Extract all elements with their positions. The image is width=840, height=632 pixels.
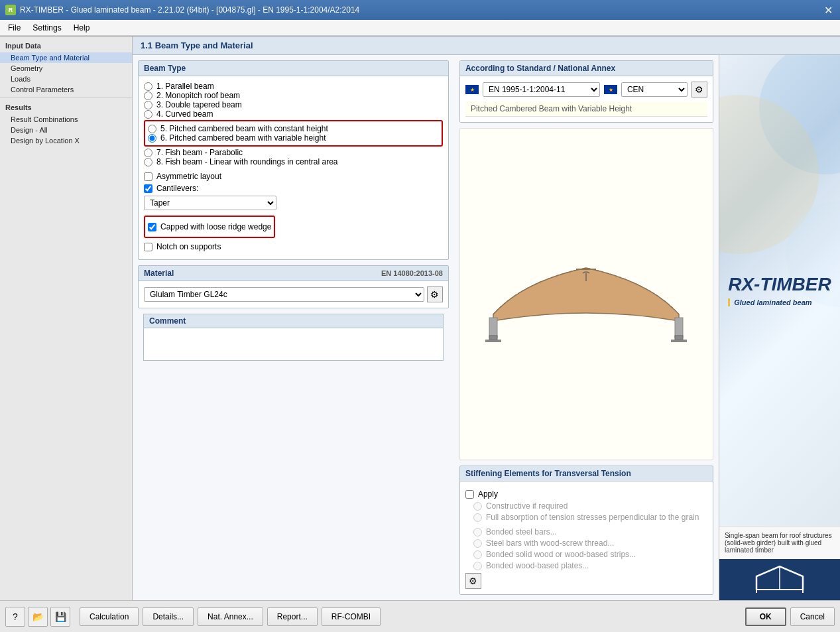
bottom-bar: ? 📂 💾 Calculation Details... Nat. Annex.… [0,600,840,632]
svg-rect-8 [675,318,683,338]
right-panel: According to Standard / National Annex ★… [454,55,719,600]
radio-beam-5[interactable] [148,125,156,133]
stiffening-apply-checkbox[interactable] [465,490,474,499]
standard-header: According to Standard / National Annex [460,61,713,76]
standard-body: ★ EN 1995-1-1:2004-11 EN 1995-1-1:2004/A… [460,76,713,122]
app-icon: R [5,5,16,15]
radio-label-8: 8. Fish beam - Linear with roundings in … [156,157,337,166]
sidebar-item-design-all[interactable]: Design - All [0,125,132,135]
na-settings-button[interactable]: ⚙ [691,82,707,97]
brand-logo: RX-TIMBER [728,275,831,295]
sidebar-input-data-label: Input Data [0,39,132,52]
material-select[interactable]: Glulam Timber GL24c Glulam Timber GL28c … [144,287,424,302]
standard-section: According to Standard / National Annex ★… [459,60,713,123]
sidebar-item-control-parameters[interactable]: Control Parameters [0,84,132,95]
stiffening-apply-label: Apply [478,489,498,499]
stiffening-apply-item: Apply [465,489,707,499]
menu-help[interactable]: Help [68,22,95,34]
radio-beam-7[interactable] [144,149,152,157]
capped-ridge-wedge-checkbox[interactable] [148,223,156,231]
content-area: 1.1 Beam Type and Material Beam Type 1. … [133,36,840,600]
stiffening-bonding-radio-3 [473,550,482,559]
radio-item-8: 8. Fish beam - Linear with roundings in … [144,157,443,166]
nat-annex-button[interactable]: Nat. Annex... [198,607,263,626]
material-label: Material [144,269,174,278]
radio-label-2: 2. Monopitch roof beam [156,91,240,100]
sidebar-results-label: Results [0,101,132,114]
report-button[interactable]: Report... [267,607,318,626]
stiffening-settings-button[interactable]: ⚙ [465,573,481,589]
radio-beam-6[interactable] [148,134,156,143]
stiffening-opt-1: Constructive if required [473,501,707,511]
standard-select[interactable]: EN 1995-1-1:2004-11 EN 1995-1-1:2004/A1 … [483,82,600,97]
stiffening-bonding-radio-2 [473,539,482,548]
sidebar: Input Data Beam Type and Material Geomet… [0,36,133,600]
toolbar-icon-btn-2[interactable]: 📂 [28,607,48,627]
radio-beam-2[interactable] [144,92,152,100]
stiffening-body: Apply Constructive if required Full abso… [460,481,713,594]
radio-item-4: 4. Curved beam [144,109,443,119]
sidebar-item-result-combinations[interactable]: Result Combinations [0,114,132,125]
radio-label-1: 1. Parallel beam [156,82,214,91]
asymmetric-layout-item: Asymmetric layout [144,172,443,181]
brand-description: Single-span beam for roof structures (so… [719,526,840,559]
standard-row: ★ EN 1995-1-1:2004-11 EN 1995-1-1:2004/A… [465,82,707,97]
sidebar-item-loads[interactable]: Loads [0,74,132,84]
radio-beam-8[interactable] [144,158,152,166]
svg-rect-7 [485,340,501,342]
radio-label-4: 4. Curved beam [156,109,213,119]
radio-item-2: 2. Monopitch roof beam [144,91,443,100]
sidebar-item-geometry[interactable]: Geometry [0,63,132,74]
brand-bridge-icon [753,563,806,596]
notch-supports-item: Notch on supports [144,242,443,251]
cantilevers-checkbox[interactable] [144,184,152,193]
close-window-button[interactable]: ✕ [821,3,835,17]
beam-preview-svg [460,241,712,348]
stiffening-radio-1 [473,502,482,511]
cancel-button[interactable]: Cancel [790,607,835,626]
bottom-toolbar-left: ? 📂 💾 [5,607,70,627]
cen-flag-svg: ★ [604,85,617,94]
eu-flag-svg: ★ [465,85,479,94]
stiffening-header: Stiffening Elements for Transversal Tens… [460,466,713,481]
stiffening-bonding-label-2: Steel bars with wood-screw thread... [486,538,614,548]
sidebar-item-beam-type[interactable]: Beam Type and Material [0,52,132,63]
beam-type-header: Beam Type [139,61,448,76]
beam-type-section: Beam Type 1. Parallel beam 2. Monopitch … [138,60,449,260]
comment-textarea[interactable] [143,328,444,361]
content-body: Beam Type 1. Parallel beam 2. Monopitch … [133,55,840,600]
radio-item-7: 7. Fish beam - Parabolic [144,148,443,157]
radio-beam-3[interactable] [144,101,152,109]
material-settings-button[interactable]: ⚙ [427,286,443,302]
eu-flag-icon: ★ [465,85,479,94]
radio-item-1: 1. Parallel beam [144,82,443,91]
brand-panel: RX-TIMBER Glued laminated beam Single-sp… [719,55,840,600]
stiffening-bonding-3: Bonded solid wood or wood-based strips..… [473,550,707,559]
cantilevers-label: Cantilevers: [156,184,198,193]
cantilever-type-row: Taper Curved None [144,196,443,210]
radio-beam-1[interactable] [144,82,152,91]
ok-button[interactable]: OK [745,607,786,626]
cantilever-type-select[interactable]: Taper Curved None [144,196,276,210]
radio-label-7: 7. Fish beam - Parabolic [156,148,243,157]
national-annex-select[interactable]: CEN Germany France UK [621,82,688,97]
notch-supports-label: Notch on supports [156,242,221,251]
details-button[interactable]: Details... [143,607,194,626]
svg-text:★: ★ [608,87,613,93]
menu-file[interactable]: File [3,22,26,34]
beam-preview-area [459,128,713,460]
toolbar-icon-btn-3[interactable]: 💾 [50,607,70,627]
rf-combi-button[interactable]: RF-COMBI [322,607,381,626]
cantilevers-item: Cantilevers: [144,184,443,193]
sidebar-item-design-location-x[interactable]: Design by Location X [0,135,132,146]
title-bar: R RX-TIMBER - Glued laminated beam - 2.2… [0,0,840,20]
main-layout: Input Data Beam Type and Material Geomet… [0,36,840,600]
menu-settings[interactable]: Settings [27,22,66,34]
calculation-button[interactable]: Calculation [80,607,139,626]
toolbar-icon-btn-1[interactable]: ? [5,607,25,627]
asymmetric-layout-checkbox[interactable] [144,172,152,181]
radio-beam-4[interactable] [144,110,152,119]
notch-supports-checkbox[interactable] [144,243,152,251]
brand-subtitle: Glued laminated beam [728,298,831,306]
stiffening-bonding-radio-1 [473,528,482,537]
